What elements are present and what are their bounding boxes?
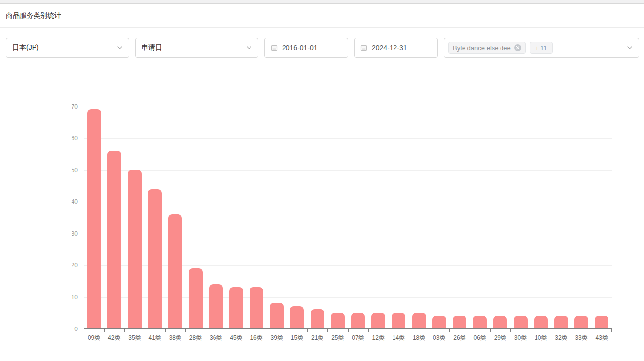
x-axis-label: 10类 xyxy=(531,332,551,342)
x-axis-label: 35类 xyxy=(124,332,144,342)
bar-25类[interactable] xyxy=(331,313,345,328)
y-axis-label: 60 xyxy=(0,134,78,142)
bar-30类[interactable] xyxy=(514,316,528,328)
bar-15类[interactable] xyxy=(290,306,304,328)
y-axis-label: 20 xyxy=(0,262,78,269)
bar-cell xyxy=(247,287,267,328)
x-axis-label: 18类 xyxy=(409,332,429,342)
bar-03类[interactable] xyxy=(432,316,446,328)
bar-35类[interactable] xyxy=(128,170,142,328)
bar-16类[interactable] xyxy=(250,287,263,328)
plot-area xyxy=(84,107,612,329)
bar-26类[interactable] xyxy=(453,316,466,328)
bar-cell xyxy=(327,313,348,328)
x-axis-label: 39类 xyxy=(267,332,287,342)
end-date-value: 2024-12-31 xyxy=(372,44,407,52)
x-axis-label: 06类 xyxy=(470,332,490,342)
region-select[interactable]: 日本(JP) xyxy=(6,38,129,58)
x-axis-label: 25类 xyxy=(327,332,348,342)
bar-cell xyxy=(572,316,592,328)
bar-cell xyxy=(592,316,612,328)
x-axis-label: 43类 xyxy=(592,332,612,342)
bar-cell xyxy=(470,316,490,328)
more-tags-badge[interactable]: + 11 xyxy=(530,42,553,54)
chevron-down-icon xyxy=(246,45,252,51)
bar-36类[interactable] xyxy=(209,284,223,328)
bar-10类[interactable] xyxy=(534,316,548,328)
y-axis-label: 30 xyxy=(0,230,78,238)
bar-38类[interactable] xyxy=(168,214,182,328)
filter-bar: 日本(JP) 申请日 2016-01-01 2024-12-31 Byte da… xyxy=(0,28,644,65)
y-axis-label: 40 xyxy=(0,198,78,206)
x-axis-label: 15类 xyxy=(287,332,307,342)
bar-09类[interactable] xyxy=(87,109,101,328)
applicant-multi-select[interactable]: Byte dance else dee + 11 xyxy=(444,38,639,58)
bar-42类[interactable] xyxy=(107,151,121,328)
bar-cell xyxy=(449,316,469,328)
bar-28类[interactable] xyxy=(189,268,203,328)
bar-cell xyxy=(368,313,389,328)
bar-21类[interactable] xyxy=(311,309,324,328)
page-title: 商品服务类别统计 xyxy=(6,11,61,20)
bar-29类[interactable] xyxy=(493,316,507,328)
bar-cell xyxy=(104,151,124,328)
x-axis-label: 07类 xyxy=(348,332,368,342)
x-axis-label: 09类 xyxy=(84,332,104,342)
category-bar-chart: 01020304050607009类42类35类41类38类28类36类45类1… xyxy=(0,65,644,346)
date-type-select-value: 申请日 xyxy=(142,43,246,52)
bar-cell xyxy=(531,316,551,328)
x-axis-label: 45类 xyxy=(226,332,246,342)
top-divider-strip xyxy=(0,0,644,4)
bar-cell xyxy=(185,268,206,328)
x-axis-labels: 09类42类35类41类38类28类36类45类16类39类15类21类25类0… xyxy=(84,332,612,342)
x-axis-label: 30类 xyxy=(510,332,531,342)
calendar-icon xyxy=(360,44,367,51)
bar-cell xyxy=(145,189,165,328)
bar-cell xyxy=(165,214,185,328)
bar-cell xyxy=(287,306,307,328)
close-icon[interactable] xyxy=(514,44,521,51)
bar-12类[interactable] xyxy=(371,313,385,328)
x-axis-label: 38类 xyxy=(165,332,185,342)
title-bar: 商品服务类别统计 xyxy=(0,4,644,28)
x-axis-label: 36类 xyxy=(206,332,226,342)
y-axis-label: 10 xyxy=(0,294,78,301)
x-axis-label: 28类 xyxy=(185,332,206,342)
end-date-input[interactable]: 2024-12-31 xyxy=(354,38,438,58)
y-axis-label: 0 xyxy=(0,325,78,333)
bar-cell xyxy=(510,316,531,328)
start-date-input[interactable]: 2016-01-01 xyxy=(264,38,348,58)
bars-row xyxy=(84,107,612,329)
applicant-tag: Byte dance else dee xyxy=(448,42,526,54)
y-axis-label: 70 xyxy=(0,103,78,111)
chevron-down-icon xyxy=(117,45,123,51)
y-axis-label: 50 xyxy=(0,166,78,174)
bar-cell xyxy=(490,316,510,328)
bar-cell xyxy=(429,316,449,328)
x-axis-label: 12类 xyxy=(368,332,389,342)
x-axis-label: 42类 xyxy=(104,332,124,342)
bar-45类[interactable] xyxy=(229,287,243,328)
bar-cell xyxy=(226,287,246,328)
bar-41类[interactable] xyxy=(148,189,162,328)
region-select-value: 日本(JP) xyxy=(12,43,117,52)
bar-33类[interactable] xyxy=(574,316,588,328)
bar-32类[interactable] xyxy=(554,316,568,328)
bar-06类[interactable] xyxy=(473,316,487,328)
bar-cell xyxy=(206,284,226,328)
bar-cell xyxy=(307,309,327,328)
applicant-tag-label: Byte dance else dee xyxy=(453,44,511,52)
bar-18类[interactable] xyxy=(412,313,426,328)
date-type-select[interactable]: 申请日 xyxy=(135,38,258,58)
bar-39类[interactable] xyxy=(270,303,284,328)
x-axis-label: 33类 xyxy=(572,332,592,342)
bar-07类[interactable] xyxy=(351,313,365,328)
bar-cell xyxy=(84,109,104,328)
bar-43类[interactable] xyxy=(595,316,608,328)
bar-cell xyxy=(348,313,368,328)
bar-cell xyxy=(389,313,409,328)
calendar-icon xyxy=(271,44,278,51)
bar-14类[interactable] xyxy=(392,313,405,328)
chevron-down-icon xyxy=(627,45,633,51)
x-axis-label: 03类 xyxy=(429,332,449,342)
